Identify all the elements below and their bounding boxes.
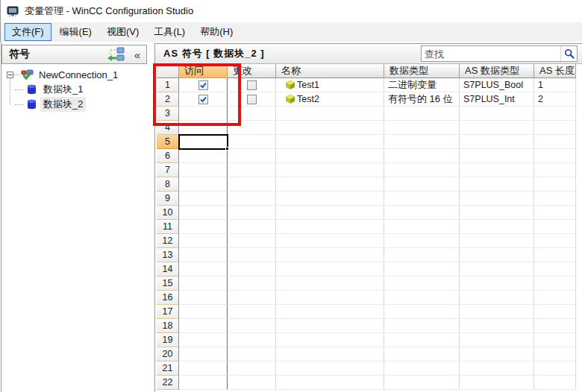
row-header-16[interactable]: 16 — [157, 291, 179, 305]
cell-as-length[interactable] — [534, 248, 576, 262]
row-header-22[interactable]: 22 — [157, 376, 179, 390]
cell-as-datatype[interactable] — [460, 376, 534, 390]
cell-change[interactable] — [228, 276, 276, 291]
cell-as-datatype[interactable] — [460, 361, 534, 376]
tree-item-datablock-2[interactable]: 数据块_2 — [1, 97, 147, 112]
cell-change[interactable] — [228, 149, 276, 163]
cell-change[interactable] — [228, 107, 276, 121]
cell-name[interactable] — [276, 333, 384, 347]
cell-name[interactable] — [276, 177, 384, 192]
cell-change[interactable] — [228, 135, 276, 149]
column-header-3[interactable]: 名称 — [276, 64, 384, 78]
cell-access[interactable] — [179, 149, 228, 163]
cell-datatype[interactable] — [384, 262, 460, 276]
cell-name[interactable] — [276, 107, 384, 121]
row-header-14[interactable]: 14 — [157, 262, 179, 276]
cell-datatype[interactable] — [384, 163, 460, 177]
cell-as-length[interactable] — [534, 177, 576, 192]
collapse-panel-button[interactable]: « — [133, 49, 142, 60]
link-blocks-icon[interactable] — [107, 47, 127, 62]
cell-change[interactable] — [228, 262, 276, 276]
cell-name[interactable] — [276, 262, 384, 276]
change-checkbox[interactable] — [247, 80, 257, 90]
cell-access[interactable] — [179, 262, 228, 276]
cell-datatype[interactable] — [384, 135, 460, 149]
cell-change[interactable] — [228, 163, 276, 177]
cell-change[interactable] — [228, 248, 276, 262]
cell-change[interactable] — [228, 291, 276, 305]
cell-as-length[interactable] — [534, 333, 576, 347]
cell-name[interactable]: Test2 — [276, 92, 384, 107]
cell-name[interactable] — [276, 220, 384, 234]
row-header-12[interactable]: 12 — [157, 234, 179, 248]
row-header-2[interactable]: 2 — [157, 92, 179, 107]
cell-change[interactable] — [228, 333, 276, 347]
cell-access[interactable] — [179, 206, 228, 220]
cell-change[interactable] — [228, 177, 276, 192]
cell-as-datatype[interactable]: S7PLUS_Bool — [460, 78, 534, 92]
tree-item-label[interactable]: 数据块_2 — [40, 97, 86, 112]
column-header-5[interactable]: AS 数据类型 — [460, 64, 534, 78]
cell-change[interactable] — [228, 361, 276, 376]
row-header-7[interactable]: 7 — [157, 163, 179, 177]
cell-as-datatype[interactable] — [460, 149, 534, 163]
cell-datatype[interactable] — [384, 248, 460, 262]
cell-access[interactable] — [179, 92, 228, 107]
cell-as-length[interactable] — [534, 149, 576, 163]
change-checkbox[interactable] — [247, 95, 257, 104]
cell-name[interactable] — [276, 276, 384, 291]
cell-name[interactable] — [276, 248, 384, 262]
cell-datatype[interactable] — [384, 234, 460, 248]
cell-as-datatype[interactable] — [460, 347, 534, 361]
table-corner-cell[interactable] — [157, 64, 179, 78]
cell-as-length[interactable] — [534, 291, 576, 305]
cell-access[interactable] — [179, 376, 228, 390]
cell-as-datatype[interactable] — [460, 177, 534, 192]
cell-name[interactable] — [276, 347, 384, 361]
row-header-20[interactable]: 20 — [157, 347, 179, 361]
cell-access[interactable] — [179, 234, 228, 248]
tree-item-label[interactable]: 数据块_1 — [40, 82, 86, 97]
cell-as-datatype[interactable] — [460, 192, 534, 206]
cell-as-length[interactable] — [534, 361, 576, 376]
cell-access[interactable] — [179, 333, 228, 347]
row-header-18[interactable]: 18 — [157, 319, 179, 333]
cell-as-length[interactable] — [534, 192, 576, 206]
cell-as-length[interactable] — [534, 234, 576, 248]
cell-access[interactable] — [179, 163, 228, 177]
row-header-5[interactable]: 5 — [157, 135, 179, 149]
cell-name[interactable] — [276, 149, 384, 163]
row-header-6[interactable]: 6 — [157, 149, 179, 163]
cell-datatype[interactable]: 有符号的 16 位 — [384, 92, 460, 107]
cell-as-length[interactable] — [534, 262, 576, 276]
fill-handle[interactable] — [225, 147, 229, 151]
cell-change[interactable] — [228, 78, 276, 92]
cell-datatype[interactable] — [384, 192, 460, 206]
column-header-4[interactable]: 数据类型 — [384, 64, 460, 78]
cell-datatype[interactable] — [384, 291, 460, 305]
cell-as-length[interactable] — [534, 163, 576, 177]
tree-expander-icon[interactable] — [7, 72, 13, 78]
cell-change[interactable] — [228, 347, 276, 361]
cell-access[interactable] — [179, 305, 228, 319]
cell-access[interactable] — [179, 177, 228, 192]
column-header-2[interactable]: 更改 — [228, 64, 276, 78]
access-checkbox[interactable] — [198, 95, 208, 104]
cell-datatype[interactable] — [384, 333, 460, 347]
cell-as-datatype[interactable] — [460, 163, 534, 177]
cell-as-length[interactable] — [534, 107, 576, 121]
row-header-21[interactable]: 21 — [157, 361, 179, 376]
cell-name[interactable] — [276, 305, 384, 319]
row-header-19[interactable]: 19 — [157, 333, 179, 347]
cell-change[interactable] — [228, 192, 276, 206]
cell-name[interactable]: Test1 — [276, 78, 384, 92]
cell-as-length[interactable]: 1 — [534, 78, 576, 92]
cell-as-datatype[interactable] — [460, 333, 534, 347]
cell-name[interactable] — [276, 135, 384, 149]
cell-as-length[interactable] — [534, 276, 576, 291]
cell-change[interactable] — [228, 206, 276, 220]
cell-as-datatype[interactable] — [460, 262, 534, 276]
cell-change[interactable] — [228, 305, 276, 319]
cell-name[interactable] — [276, 163, 384, 177]
row-header-17[interactable]: 17 — [157, 305, 179, 319]
